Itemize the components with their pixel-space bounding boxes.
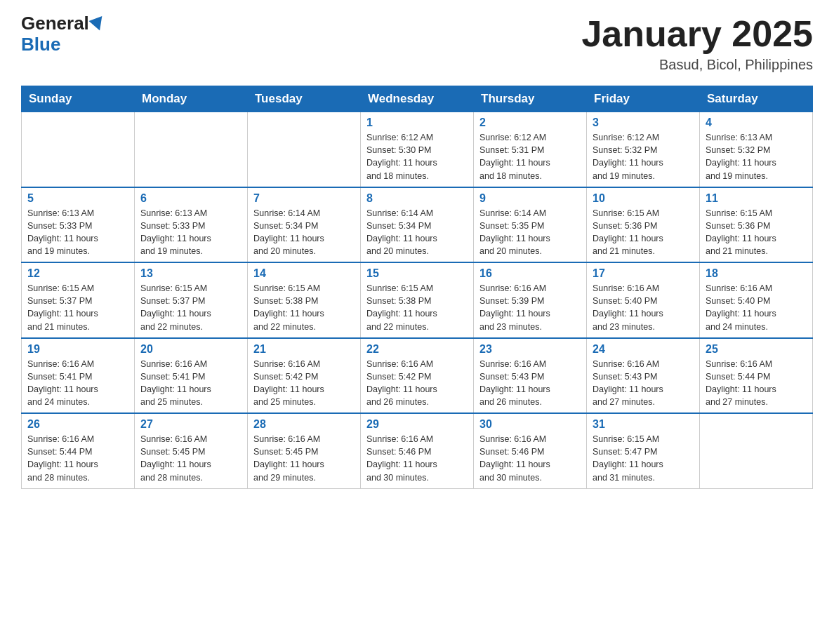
calendar-cell [248,112,361,187]
day-info: Sunrise: 6:16 AMSunset: 5:40 PMDaylight:… [593,282,694,333]
calendar-cell: 12Sunrise: 6:15 AMSunset: 5:37 PMDayligh… [22,262,135,338]
day-number: 4 [706,116,807,129]
day-number: 25 [706,343,807,356]
calendar-cell: 11Sunrise: 6:15 AMSunset: 5:36 PMDayligh… [700,187,813,263]
day-info: Sunrise: 6:16 AMSunset: 5:42 PMDaylight:… [366,358,468,409]
day-number: 23 [479,343,581,356]
day-info: Sunrise: 6:16 AMSunset: 5:44 PMDaylight:… [706,358,807,409]
calendar-cell: 17Sunrise: 6:16 AMSunset: 5:40 PMDayligh… [587,262,700,338]
calendar-cell: 6Sunrise: 6:13 AMSunset: 5:33 PMDaylight… [135,187,248,263]
day-info: Sunrise: 6:12 AMSunset: 5:32 PMDaylight:… [593,131,694,182]
day-info: Sunrise: 6:16 AMSunset: 5:44 PMDaylight:… [27,433,128,484]
calendar-cell: 25Sunrise: 6:16 AMSunset: 5:44 PMDayligh… [700,338,813,414]
calendar-week-1: 1Sunrise: 6:12 AMSunset: 5:30 PMDaylight… [22,112,813,187]
calendar-cell: 21Sunrise: 6:16 AMSunset: 5:42 PMDayligh… [248,338,361,414]
day-info: Sunrise: 6:14 AMSunset: 5:35 PMDaylight:… [479,207,581,258]
day-info: Sunrise: 6:16 AMSunset: 5:46 PMDaylight:… [366,433,468,484]
day-number: 11 [706,192,807,205]
day-number: 16 [479,267,581,280]
page-title: January 2025 [581,14,813,54]
calendar-cell: 27Sunrise: 6:16 AMSunset: 5:45 PMDayligh… [135,413,248,488]
page-subtitle: Basud, Bicol, Philippines [581,57,813,73]
calendar-cell [135,112,248,187]
day-number: 21 [253,343,355,356]
day-number: 3 [593,116,694,129]
day-number: 31 [593,418,694,431]
logo-triangle-icon [88,16,106,33]
day-info: Sunrise: 6:16 AMSunset: 5:41 PMDaylight:… [140,358,241,409]
logo-blue-text: Blue [21,34,60,55]
calendar-cell [22,112,135,187]
day-number: 1 [366,116,468,129]
calendar-cell: 2Sunrise: 6:12 AMSunset: 5:31 PMDaylight… [474,112,587,187]
calendar-cell: 13Sunrise: 6:15 AMSunset: 5:37 PMDayligh… [135,262,248,338]
day-info: Sunrise: 6:12 AMSunset: 5:30 PMDaylight:… [366,131,468,182]
day-number: 28 [253,418,355,431]
calendar-cell: 26Sunrise: 6:16 AMSunset: 5:44 PMDayligh… [22,413,135,488]
day-number: 30 [479,418,581,431]
calendar-cell: 9Sunrise: 6:14 AMSunset: 5:35 PMDaylight… [474,187,587,263]
calendar-week-4: 19Sunrise: 6:16 AMSunset: 5:41 PMDayligh… [22,338,813,414]
calendar-cell: 1Sunrise: 6:12 AMSunset: 5:30 PMDaylight… [361,112,474,187]
day-info: Sunrise: 6:13 AMSunset: 5:32 PMDaylight:… [706,131,807,182]
day-info: Sunrise: 6:15 AMSunset: 5:36 PMDaylight:… [706,207,807,258]
calendar-header-wednesday: Wednesday [361,86,474,112]
day-info: Sunrise: 6:16 AMSunset: 5:43 PMDaylight:… [593,358,694,409]
day-number: 29 [366,418,468,431]
logo-general-text: General [21,14,89,32]
calendar-cell: 29Sunrise: 6:16 AMSunset: 5:46 PMDayligh… [361,413,474,488]
calendar-header-row: SundayMondayTuesdayWednesdayThursdayFrid… [22,86,813,112]
calendar-cell: 18Sunrise: 6:16 AMSunset: 5:40 PMDayligh… [700,262,813,338]
calendar-header-thursday: Thursday [474,86,587,112]
calendar-table: SundayMondayTuesdayWednesdayThursdayFrid… [21,86,813,489]
calendar-header-friday: Friday [587,86,700,112]
day-info: Sunrise: 6:12 AMSunset: 5:31 PMDaylight:… [479,131,581,182]
day-info: Sunrise: 6:13 AMSunset: 5:33 PMDaylight:… [27,207,128,258]
day-number: 14 [253,267,355,280]
calendar-cell: 20Sunrise: 6:16 AMSunset: 5:41 PMDayligh… [135,338,248,414]
calendar-cell: 28Sunrise: 6:16 AMSunset: 5:45 PMDayligh… [248,413,361,488]
day-number: 27 [140,418,241,431]
calendar-cell [700,413,813,488]
calendar-cell: 19Sunrise: 6:16 AMSunset: 5:41 PMDayligh… [22,338,135,414]
day-info: Sunrise: 6:14 AMSunset: 5:34 PMDaylight:… [253,207,355,258]
calendar-header-saturday: Saturday [700,86,813,112]
day-number: 7 [253,192,355,205]
calendar-cell: 8Sunrise: 6:14 AMSunset: 5:34 PMDaylight… [361,187,474,263]
day-info: Sunrise: 6:15 AMSunset: 5:47 PMDaylight:… [593,433,694,484]
logo-area: General Blue [21,14,105,55]
day-number: 18 [706,267,807,280]
calendar-cell: 14Sunrise: 6:15 AMSunset: 5:38 PMDayligh… [248,262,361,338]
logo: General [21,14,105,32]
day-info: Sunrise: 6:15 AMSunset: 5:37 PMDaylight:… [140,282,241,333]
day-info: Sunrise: 6:16 AMSunset: 5:42 PMDaylight:… [253,358,355,409]
day-info: Sunrise: 6:15 AMSunset: 5:38 PMDaylight:… [366,282,468,333]
day-number: 2 [479,116,581,129]
day-info: Sunrise: 6:13 AMSunset: 5:33 PMDaylight:… [140,207,241,258]
calendar-header-sunday: Sunday [22,86,135,112]
day-number: 24 [593,343,694,356]
day-number: 26 [27,418,128,431]
day-number: 15 [366,267,468,280]
day-info: Sunrise: 6:15 AMSunset: 5:38 PMDaylight:… [253,282,355,333]
calendar-cell: 31Sunrise: 6:15 AMSunset: 5:47 PMDayligh… [587,413,700,488]
day-info: Sunrise: 6:16 AMSunset: 5:40 PMDaylight:… [706,282,807,333]
day-number: 13 [140,267,241,280]
day-number: 12 [27,267,128,280]
calendar-cell: 30Sunrise: 6:16 AMSunset: 5:46 PMDayligh… [474,413,587,488]
day-info: Sunrise: 6:15 AMSunset: 5:36 PMDaylight:… [593,207,694,258]
day-info: Sunrise: 6:16 AMSunset: 5:43 PMDaylight:… [479,358,581,409]
page-header: General Blue January 2025 Basud, Bicol, … [21,14,813,73]
calendar-cell: 7Sunrise: 6:14 AMSunset: 5:34 PMDaylight… [248,187,361,263]
calendar-cell: 5Sunrise: 6:13 AMSunset: 5:33 PMDaylight… [22,187,135,263]
calendar-header-monday: Monday [135,86,248,112]
day-number: 17 [593,267,694,280]
day-info: Sunrise: 6:16 AMSunset: 5:45 PMDaylight:… [140,433,241,484]
calendar-week-3: 12Sunrise: 6:15 AMSunset: 5:37 PMDayligh… [22,262,813,338]
calendar-week-5: 26Sunrise: 6:16 AMSunset: 5:44 PMDayligh… [22,413,813,488]
day-info: Sunrise: 6:15 AMSunset: 5:37 PMDaylight:… [27,282,128,333]
day-number: 6 [140,192,241,205]
day-info: Sunrise: 6:16 AMSunset: 5:46 PMDaylight:… [479,433,581,484]
calendar-cell: 15Sunrise: 6:15 AMSunset: 5:38 PMDayligh… [361,262,474,338]
day-number: 5 [27,192,128,205]
